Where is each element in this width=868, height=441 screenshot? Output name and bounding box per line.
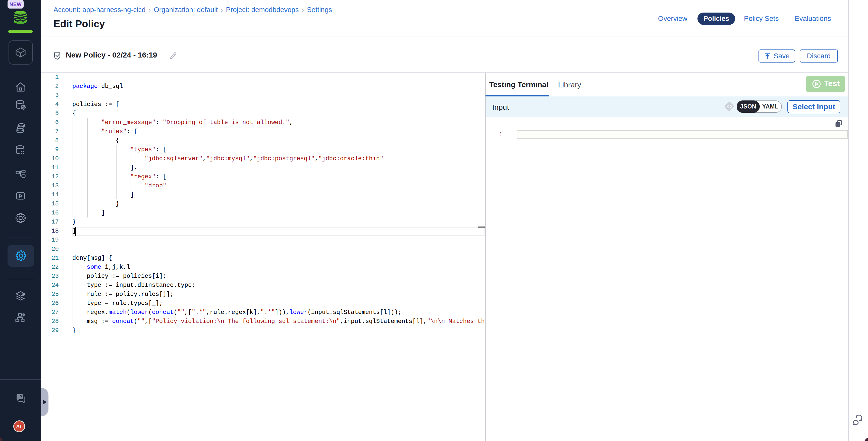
svg-text:?: ? bbox=[20, 394, 22, 399]
